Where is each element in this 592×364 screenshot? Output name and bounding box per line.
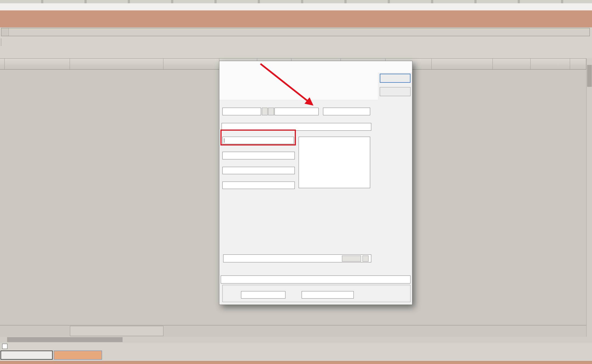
horizontal-scrollbar[interactable] <box>0 337 592 343</box>
search-icon <box>1 28 9 36</box>
city-field[interactable] <box>222 108 261 115</box>
application-window <box>0 0 592 364</box>
region-field[interactable] <box>323 108 370 115</box>
internet-address-field[interactable] <box>222 137 294 144</box>
scroll-down-icon[interactable] <box>587 331 592 337</box>
search-box[interactable] <box>1 28 590 36</box>
column-header-price-terms[interactable] <box>531 59 570 69</box>
refresh-button[interactable] <box>577 39 585 45</box>
app-icon <box>2 4 8 10</box>
fax-field[interactable] <box>222 182 295 189</box>
search-row <box>0 27 592 36</box>
dialog-title-bar <box>219 61 412 73</box>
date-field[interactable] <box>302 291 354 299</box>
vertical-scrollbar[interactable] <box>586 58 592 337</box>
restore-button[interactable] <box>572 4 582 10</box>
column-header-type[interactable] <box>570 59 586 69</box>
table-footer <box>0 325 586 337</box>
minimize-button[interactable] <box>562 4 572 10</box>
verify-button[interactable] <box>342 256 361 262</box>
refresh-icon <box>577 39 583 45</box>
note-field[interactable] <box>221 276 410 283</box>
close-button[interactable] <box>582 4 592 10</box>
extra-address-field[interactable] <box>222 152 295 159</box>
phone-field[interactable] <box>222 167 295 174</box>
group-panel[interactable] <box>0 48 592 58</box>
verify-clear-button[interactable] <box>362 256 369 262</box>
scroll-left-icon[interactable] <box>0 337 6 343</box>
firm-dialog <box>219 61 412 305</box>
record-created-group <box>222 285 410 302</box>
scroll-right-icon[interactable] <box>576 337 582 343</box>
column-header-indicator[interactable] <box>0 59 5 69</box>
city-clear-button[interactable] <box>268 108 274 115</box>
page-header <box>0 10 592 27</box>
clipped-top-row <box>0 0 592 3</box>
bottom-tab-bar <box>0 351 592 361</box>
oblast-field[interactable] <box>274 108 319 115</box>
column-header-name[interactable] <box>70 59 163 69</box>
record-counter <box>70 326 163 336</box>
column-header-id[interactable] <box>5 59 70 69</box>
tab-golovna[interactable] <box>1 351 53 360</box>
details-row <box>0 343 592 351</box>
menu-bar <box>0 3 592 11</box>
bottom-strip <box>0 361 592 364</box>
postal-address-field[interactable] <box>222 123 371 131</box>
column-header-head-enterprise[interactable] <box>432 59 493 69</box>
city-browse-button[interactable] <box>262 108 268 115</box>
show-details-checkbox[interactable] <box>2 344 7 349</box>
text-cursor <box>224 138 224 143</box>
ok-button[interactable] <box>380 74 410 83</box>
comment-field[interactable] <box>299 137 370 188</box>
vertical-scroll-thumb[interactable] <box>587 65 592 87</box>
search-input[interactable] <box>9 29 590 35</box>
author-field[interactable] <box>241 291 285 299</box>
horizontal-scroll-thumb[interactable] <box>7 337 123 342</box>
cancel-button[interactable] <box>380 87 410 96</box>
scroll-up-icon[interactable] <box>587 58 592 64</box>
toolbar <box>0 36 592 48</box>
tab-firmy[interactable] <box>54 351 102 360</box>
column-header-okpo[interactable] <box>163 59 219 69</box>
column-header-is-supplier[interactable] <box>493 59 531 69</box>
toolbar-drag-handle[interactable] <box>1 39 3 46</box>
